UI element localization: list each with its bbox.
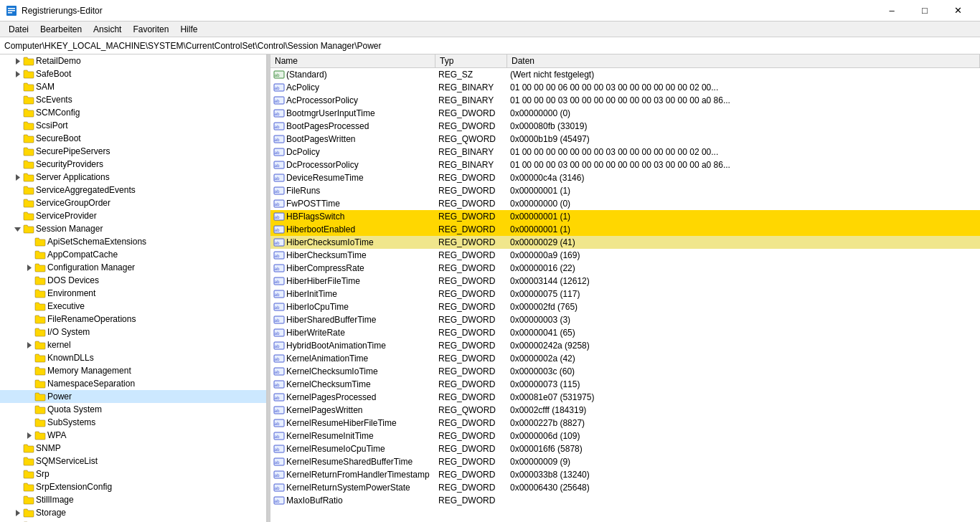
tree-item[interactable]: ServiceProvider [0,209,266,222]
tree-item[interactable]: SecureBoot [0,132,266,145]
tree-item[interactable]: FileRenameOperations [0,313,266,326]
tree-item[interactable]: SecurityProviders [0,158,266,171]
tree-item[interactable]: SubSystems [0,416,266,429]
tree-item[interactable]: SAM [0,80,266,93]
tree-panel[interactable]: RetailDemo SafeBoot SAM ScEvents SCMConf… [0,54,267,522]
tree-expander[interactable] [11,171,23,183]
table-row[interactable]: ab KernelResumeIoCpuTime REG_DWORD 0x000… [270,442,980,455]
tree-item[interactable]: Configuration Manager [0,261,266,274]
tree-item[interactable]: SQMServiceList [0,455,266,468]
tree-item[interactable]: SrpExtensionConfig [0,480,266,493]
table-row[interactable]: ab HiberChecksumTime REG_DWORD 0x000000a… [270,249,980,262]
tree-expander[interactable] [11,507,23,518]
table-row[interactable]: ab KernelPagesWritten REG_QWORD 0x0002cf… [270,404,980,417]
tree-item[interactable]: KnownDLLs [0,351,266,364]
menu-hilfe[interactable]: Hilfe [174,23,203,36]
tree-item[interactable]: StorageManagement [0,519,266,522]
table-row[interactable]: ab DcProcessorPolicy REG_BINARY 01 00 00… [270,158,980,171]
table-row[interactable]: ab KernelChecksumIoTime REG_DWORD 0x0000… [270,365,980,378]
table-row[interactable]: ab KernelChecksumTime REG_DWORD 0x000000… [270,378,980,391]
tree-item[interactable]: SCMConfig [0,106,266,119]
table-row[interactable]: ab BootPagesProcessed REG_DWORD 0x000080… [270,120,980,133]
table-row[interactable]: ab DeviceResumeTime REG_DWORD 0x00000c4a… [270,171,980,184]
menu-ansicht[interactable]: Ansicht [88,23,127,36]
tree-item[interactable]: Executive [0,300,266,313]
tree-item[interactable]: Srp [0,468,266,480]
tree-item[interactable]: AppCompatCache [0,248,266,261]
tree-expander[interactable] [11,223,23,234]
tree-item[interactable]: SNMP [0,442,266,455]
tree-item[interactable]: ServiceGroupOrder [0,196,266,209]
tree-item[interactable]: DOS Devices [0,274,266,287]
close-button[interactable]: ✕ [941,0,974,22]
table-row[interactable]: ab KernelReturnSystemPowerState REG_DWOR… [270,481,980,494]
tree-expander[interactable] [11,55,23,67]
table-row[interactable]: ab BootPagesWritten REG_QWORD 0x0000b1b9… [270,133,980,146]
tree-item[interactable]: NamespaceSeparation [0,377,266,390]
menu-bearbeiten[interactable]: Bearbeiten [34,23,88,36]
tree-item[interactable]: Environment [0,287,266,300]
reg-icon: ab [273,417,285,429]
tree-item[interactable]: Storage [0,506,266,519]
svg-text:ab: ab [275,485,281,490]
tree-item[interactable]: kernel [0,338,266,351]
table-row[interactable]: ab BootmgrUserInputTime REG_DWORD 0x0000… [270,107,980,120]
tree-item[interactable]: Session Manager [0,222,266,235]
table-row[interactable]: ab HiberChecksumIoTime REG_DWORD 0x00000… [270,236,980,249]
tree-item[interactable]: ScEvents [0,93,266,106]
tree-item[interactable]: I/O System [0,326,266,338]
table-row[interactable]: ab (Standard) REG_SZ (Wert nicht festgel… [270,68,980,81]
tree-expander[interactable] [23,262,34,273]
tree-expander[interactable] [11,68,23,80]
table-row[interactable]: ab HiberCompressRate REG_DWORD 0x0000001… [270,262,980,275]
svg-marker-6 [16,174,20,181]
minimize-button[interactable]: – [875,0,908,22]
table-row[interactable]: ab HiberHiberFileTime REG_DWORD 0x000031… [270,275,980,288]
table-row[interactable]: ab KernelResumeSharedBufferTime REG_DWOR… [270,455,980,468]
tree-item[interactable]: SecurePipeServers [0,145,266,158]
tree-item[interactable]: ApiSetSchemaExtensions [0,235,266,248]
tree-item[interactable]: SafeBoot [0,67,266,80]
col-header-name[interactable]: Name [270,54,435,67]
tree-item[interactable]: RetailDemo [0,54,266,67]
table-row[interactable]: ab HiberIoCpuTime REG_DWORD 0x000002fd (… [270,300,980,313]
maximize-button[interactable]: □ [908,0,941,22]
tree-expander-empty [11,442,23,454]
tree-item[interactable]: ScsiPort [0,119,266,132]
table-row[interactable]: ab DcPolicy REG_BINARY 01 00 00 00 00 00… [270,146,980,158]
tree-item[interactable]: StillImage [0,493,266,506]
tree-item[interactable]: WPA [0,429,266,442]
cell-name-text: DeviceResumeTime [286,173,364,183]
table-row[interactable]: ab HybridBootAnimationTime REG_DWORD 0x0… [270,339,980,352]
table-row[interactable]: ab HiberInitTime REG_DWORD 0x00000075 (1… [270,288,980,300]
table-row[interactable]: ab HiberSharedBufferTime REG_DWORD 0x000… [270,313,980,326]
table-row[interactable]: ab KernelAnimationTime REG_DWORD 0x00000… [270,352,980,365]
menu-datei[interactable]: Datei [3,23,34,36]
table-row[interactable]: ab MaxIoBufRatio REG_DWORD [270,494,980,507]
tree-item[interactable]: ServiceAggregatedEvents [0,184,266,196]
tree-expander[interactable] [23,339,34,351]
table-row[interactable]: ab AcProcessorPolicy REG_BINARY 01 00 00… [270,94,980,107]
tree-item[interactable]: Server Applications [0,171,266,184]
cell-data: 0x00006430 (25648) [507,483,980,493]
tree-item[interactable]: Quota System [0,403,266,416]
col-header-data[interactable]: Daten [507,54,980,67]
tree-item[interactable]: Memory Management [0,364,266,377]
table-row[interactable]: ab AcPolicy REG_BINARY 01 00 00 00 06 00… [270,81,980,94]
folder-icon [23,197,34,209]
table-row[interactable]: ab KernelReturnFromHandlerTimestamp REG_… [270,468,980,481]
table-row[interactable]: ab HiberWriteRate REG_DWORD 0x00000041 (… [270,326,980,339]
reg-icon: ab [273,275,285,287]
tree-item[interactable]: Power [0,390,266,403]
table-row[interactable]: ab KernelPagesProcessed REG_DWORD 0x0008… [270,391,980,404]
table-row[interactable]: ab FwPOSTTime REG_DWORD 0x00000000 (0) [270,197,980,210]
table-row[interactable]: ab FileRuns REG_DWORD 0x00000001 (1) [270,184,980,197]
table-row[interactable]: ab KernelResumeHiberFileTime REG_DWORD 0… [270,417,980,430]
table-row[interactable]: ab HBFlagsSwitch REG_DWORD 0x00000001 (1… [270,210,980,223]
tree-expander[interactable] [23,430,34,441]
table-row[interactable]: ab KernelResumeInitTime REG_DWORD 0x0000… [270,430,980,442]
table-row[interactable]: ab HiberbootEnabled REG_DWORD 0x00000001… [270,223,980,236]
menu-favoriten[interactable]: Favoriten [127,23,174,36]
tree-expander-empty [11,197,23,209]
col-header-type[interactable]: Typ [435,54,507,67]
